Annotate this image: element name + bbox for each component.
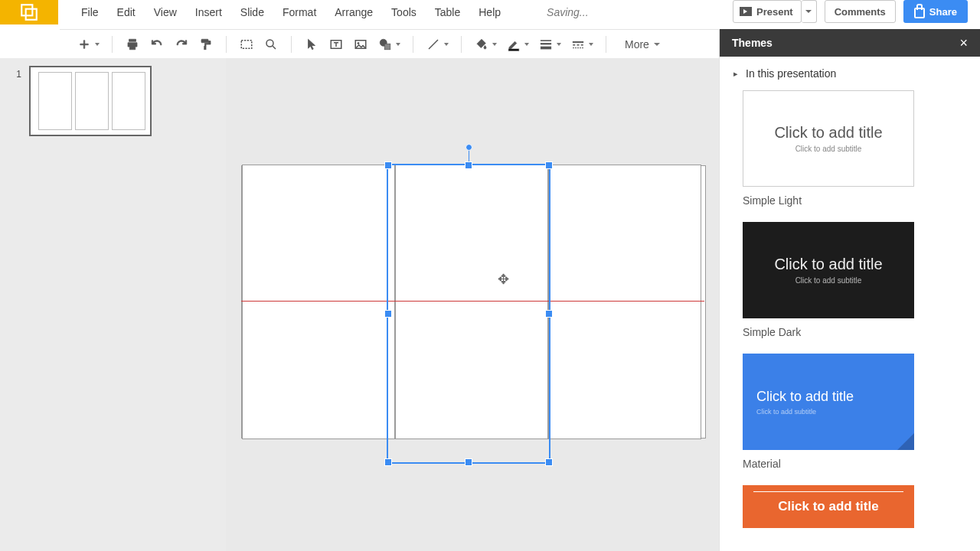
- panel-header: Themes ×: [720, 29, 980, 57]
- svg-point-8: [358, 42, 359, 44]
- top-actions: Present Comments Share: [733, 0, 968, 23]
- resize-handle-tl[interactable]: [384, 161, 392, 169]
- present-button[interactable]: Present: [733, 0, 802, 23]
- svg-rect-0: [21, 5, 32, 15]
- theme-name: Material: [743, 458, 957, 470]
- resize-handle-ml[interactable]: [384, 310, 392, 318]
- preview-subtitle: Click to add subtitle: [795, 145, 862, 153]
- svg-rect-13: [541, 44, 551, 45]
- slide-thumbnail-1[interactable]: [29, 66, 152, 136]
- theme-name: Simple Dark: [743, 326, 957, 338]
- line-color-button[interactable]: [503, 34, 524, 55]
- zoom-button[interactable]: [260, 34, 282, 55]
- fit-icon: [240, 37, 253, 51]
- rotation-handle[interactable]: [466, 144, 472, 151]
- present-label: Present: [756, 6, 793, 18]
- resize-handle-mr[interactable]: [545, 310, 553, 318]
- shape-tool[interactable]: [374, 34, 396, 55]
- menu-arrange[interactable]: Arrange: [335, 6, 373, 18]
- save-status: Saving...: [547, 6, 588, 18]
- close-panel-button[interactable]: ×: [959, 35, 968, 51]
- themes-panel: Themes × In this presentation Click to a…: [719, 29, 980, 551]
- line-weight-icon: [539, 37, 553, 51]
- theme-preview: Click to add title Click to add subtitle: [743, 90, 914, 187]
- resize-handle-br[interactable]: [545, 458, 553, 466]
- slide-rect-1[interactable]: [242, 165, 395, 439]
- more-button[interactable]: More: [625, 38, 660, 51]
- menu-format[interactable]: Format: [283, 6, 316, 18]
- print-button[interactable]: [122, 34, 143, 55]
- resize-handle-tm[interactable]: [465, 161, 472, 169]
- preview-title: Click to add title: [756, 389, 854, 405]
- print-icon: [126, 37, 139, 51]
- resize-handle-tr[interactable]: [545, 161, 553, 169]
- move-cursor-icon: ✥: [498, 271, 509, 288]
- svg-rect-1: [26, 9, 37, 20]
- share-label: Share: [929, 6, 957, 18]
- resize-handle-bl[interactable]: [384, 458, 392, 466]
- fit-button[interactable]: [236, 34, 257, 55]
- cursor-icon: [305, 37, 318, 51]
- thumbnail-row: 1: [0, 58, 226, 147]
- resize-handle-bm[interactable]: [465, 458, 472, 466]
- separator: [112, 36, 113, 53]
- preview-title: Click to add title: [778, 499, 878, 514]
- svg-rect-10: [384, 44, 390, 50]
- theme-swiss[interactable]: Click to add title: [743, 485, 957, 528]
- menu-view[interactable]: View: [154, 6, 177, 18]
- theme-preview: Click to add title Click to add subtitle: [743, 222, 914, 318]
- app-screen: File Edit View Insert Slide Format Arran…: [0, 0, 980, 551]
- line-weight-button[interactable]: [535, 34, 557, 55]
- menu-insert[interactable]: Insert: [195, 6, 222, 18]
- fold-icon: [897, 433, 914, 450]
- panel-section-header[interactable]: In this presentation: [720, 57, 980, 90]
- line-dash-button[interactable]: [567, 34, 589, 55]
- preview-title: Click to add title: [774, 256, 882, 273]
- menu-table[interactable]: Table: [435, 6, 460, 18]
- paint-bucket-icon: [475, 37, 488, 51]
- theme-name: Simple Light: [743, 194, 957, 207]
- select-tool[interactable]: [301, 34, 322, 55]
- thumb-shape: [38, 72, 72, 130]
- image-tool[interactable]: [350, 34, 371, 55]
- menu-help[interactable]: Help: [479, 6, 501, 18]
- new-slide-button[interactable]: [74, 34, 95, 55]
- comments-button[interactable]: Comments: [825, 0, 896, 23]
- separator: [291, 36, 292, 53]
- line-dash-icon: [571, 37, 585, 51]
- paint-format-button[interactable]: [195, 34, 217, 55]
- separator: [413, 36, 413, 53]
- theme-simple-light[interactable]: Click to add title Click to add subtitle…: [743, 90, 957, 207]
- undo-button[interactable]: [146, 34, 168, 55]
- preview-subtitle: Click to add subtitle: [795, 276, 862, 285]
- toolbar: More: [60, 29, 720, 60]
- menu-file[interactable]: File: [81, 6, 99, 18]
- svg-rect-15: [573, 41, 583, 43]
- svg-rect-4: [241, 41, 252, 49]
- textbox-icon: [329, 37, 343, 51]
- slide-canvas[interactable]: ✥: [226, 58, 720, 551]
- line-tool[interactable]: [423, 34, 444, 55]
- plus-icon: [77, 37, 91, 51]
- theme-material[interactable]: Click to add title Click to add subtitle…: [743, 354, 957, 470]
- selection-box[interactable]: [387, 164, 550, 464]
- slide-rect-3[interactable]: [548, 165, 701, 439]
- menu-slide[interactable]: Slide: [240, 6, 264, 18]
- redo-button[interactable]: [171, 34, 192, 55]
- line-icon: [426, 37, 440, 51]
- slide-thumbnails: 1: [0, 58, 227, 551]
- present-dropdown[interactable]: [802, 0, 817, 23]
- slides-icon: [19, 2, 39, 22]
- textbox-tool[interactable]: [325, 34, 347, 55]
- preview-title: Click to add title: [774, 124, 882, 142]
- app-logo[interactable]: [0, 0, 58, 24]
- share-button[interactable]: Share: [903, 0, 968, 23]
- menu-tools[interactable]: Tools: [391, 6, 416, 18]
- image-icon: [354, 37, 368, 51]
- theme-simple-dark[interactable]: Click to add title Click to add subtitle…: [743, 222, 957, 338]
- menu-edit[interactable]: Edit: [117, 6, 136, 18]
- undo-icon: [150, 37, 164, 51]
- separator: [461, 36, 462, 53]
- fill-color-button[interactable]: [471, 34, 492, 55]
- zoom-icon: [264, 37, 278, 51]
